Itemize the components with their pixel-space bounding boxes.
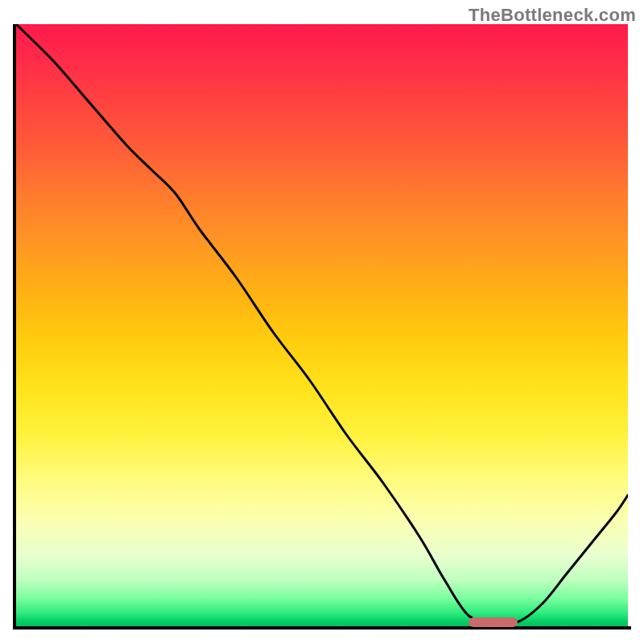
plot-area [16, 24, 628, 628]
chart-container: TheBottleneck.com [0, 0, 644, 644]
y-axis [13, 24, 16, 630]
x-axis [13, 626, 631, 630]
curve-svg [16, 24, 628, 628]
bottleneck-curve [16, 24, 628, 624]
watermark-text: TheBottleneck.com [469, 5, 636, 26]
optimal-range-marker [469, 617, 518, 627]
